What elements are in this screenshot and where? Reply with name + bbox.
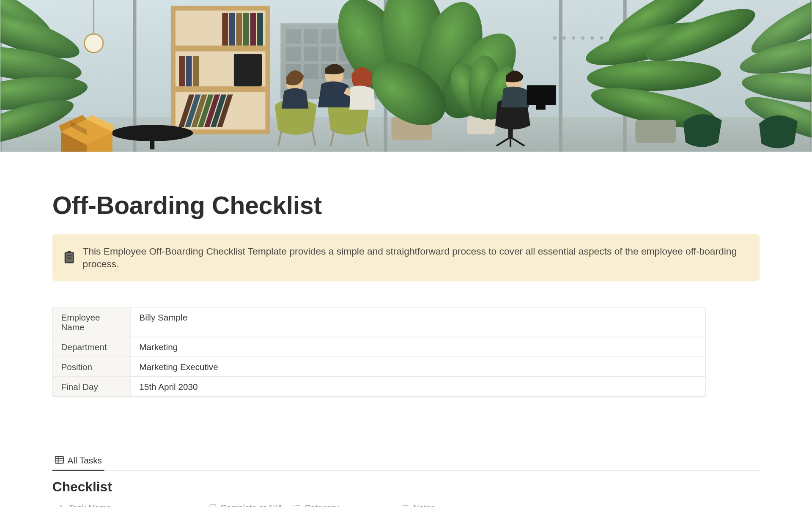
svg-rect-84 [527,85,556,105]
info-label: Final Day [53,377,131,396]
info-value[interactable]: Marketing Executive [131,357,705,376]
svg-rect-104 [67,257,71,258]
page-title: Off-Boarding Checklist [52,192,760,220]
view-tabs: All Tasks [52,451,760,471]
info-value[interactable]: Billy Sample [131,307,705,337]
svg-point-88 [572,36,575,40]
svg-point-91 [600,36,603,40]
tab-all-tasks[interactable]: All Tasks [52,451,104,471]
svg-rect-24 [176,46,266,52]
svg-rect-28 [236,13,242,45]
svg-point-89 [581,36,584,40]
tab-label: All Tasks [68,455,102,465]
svg-point-86 [553,36,557,40]
svg-point-44 [85,34,103,52]
info-label: Position [53,357,131,376]
info-row: Employee Name Billy Sample [53,307,705,337]
svg-point-111 [294,505,294,506]
info-row: Final Day 15th April 2030 [53,377,705,396]
svg-rect-35 [234,54,262,86]
page-icon-box [55,114,119,152]
clipboard-icon [64,251,74,264]
text-icon [57,503,65,507]
svg-rect-85 [536,105,546,110]
svg-rect-110 [210,504,216,507]
lines-icon [401,503,409,507]
svg-rect-29 [243,13,249,45]
svg-rect-27 [229,13,235,45]
info-row: Department Marketing [53,337,705,357]
svg-rect-67 [635,120,676,143]
svg-rect-34 [193,56,199,86]
info-row: Position Marketing Executive [53,357,705,377]
checkbox-icon [209,503,217,507]
info-table: Employee Name Billy Sample Department Ma… [52,307,706,397]
svg-point-90 [590,36,594,40]
svg-point-87 [562,36,566,40]
svg-rect-105 [67,259,71,260]
svg-rect-33 [186,56,192,86]
col-task-name[interactable]: Task Name [52,499,204,507]
svg-rect-101 [66,253,73,262]
svg-rect-106 [55,456,63,463]
svg-rect-25 [176,86,266,92]
callout: This Employee Off-Boarding Checklist Tem… [52,234,760,281]
svg-rect-46 [150,133,154,150]
info-label: Department [53,337,131,356]
svg-rect-26 [222,13,228,45]
svg-rect-102 [68,251,71,254]
info-label: Employee Name [53,307,131,337]
col-category[interactable]: Category [288,499,397,507]
table-icon [55,455,64,464]
svg-rect-79 [508,126,513,137]
col-complete[interactable]: Complete or N/A [204,499,288,507]
cover-image [0,0,812,152]
col-notes[interactable]: Notes [397,499,760,507]
checklist-title: Checklist [52,479,760,494]
svg-rect-32 [179,56,185,86]
callout-text: This Employee Off-Boarding Checklist Tem… [82,244,748,270]
svg-rect-31 [257,13,263,45]
info-value[interactable]: Marketing [131,337,705,356]
info-value[interactable]: 15th April 2030 [131,377,705,396]
list-icon [293,503,301,507]
svg-rect-30 [250,13,256,45]
checklist-table: Task Name Complete or N/A Category [52,499,760,507]
svg-rect-103 [67,255,71,256]
checklist-header: Task Name Complete or N/A Category [52,499,760,507]
